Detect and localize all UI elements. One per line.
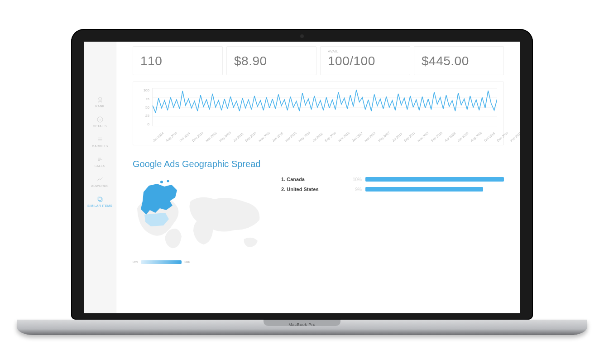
metric-value: $445.00 — [422, 54, 496, 68]
sidebar-item-label: DETAILS — [93, 125, 107, 128]
chart-y-axis: 100 75 50 25 0 — [139, 88, 152, 126]
y-tick: 50 — [145, 105, 149, 110]
geo-country-name: 1. Canada — [281, 177, 349, 182]
svg-rect-10 — [99, 198, 102, 201]
screen-viewport: RANK DETAILS MARKETS — [84, 42, 520, 313]
geo-list: 1. Canada10%2. United States9% — [281, 177, 504, 264]
copy-icon — [84, 196, 116, 203]
geo-row: 2. United States9% — [281, 187, 504, 192]
metric-value: 100/100 — [328, 54, 403, 68]
svg-point-17 — [167, 180, 169, 182]
metric-card-4: $445.00 — [414, 46, 504, 75]
metric-card-1: 110 — [133, 46, 223, 75]
list-icon — [84, 136, 116, 143]
medal-icon — [84, 96, 116, 103]
map-legend: 0% 100 — [133, 260, 268, 264]
sidebar-item-markets[interactable]: MARKETS — [84, 136, 116, 148]
metrics-row: 110 $8.90 avail. 100/100 $445.00 — [133, 46, 504, 75]
legend-min: 0% — [133, 260, 138, 264]
world-map: 0% 100 — [133, 177, 268, 264]
chart-plot-area — [152, 88, 497, 126]
metric-card-3: avail. 100/100 — [320, 46, 410, 75]
sidebar-item-label: SIMILAR ITEMS — [87, 204, 112, 207]
geo-pct-label: 10% — [349, 177, 365, 182]
sidebar-item-rank[interactable]: RANK — [84, 96, 116, 108]
sidebar-item-details[interactable]: DETAILS — [84, 116, 116, 128]
camera-icon — [300, 34, 304, 38]
metric-label — [234, 49, 309, 54]
y-tick: 100 — [144, 88, 149, 92]
laptop-mockup: RANK DETAILS MARKETS — [71, 29, 533, 335]
metric-value: $8.90 — [234, 54, 309, 68]
geo-row: 1. Canada10% — [281, 177, 504, 182]
metric-card-2: $8.90 — [226, 46, 316, 75]
laptop-bezel: RANK DETAILS MARKETS — [71, 29, 533, 320]
x-tick: Dec 2018 — [496, 131, 508, 143]
chart-x-axis: Jun 2014Aug 2014Oct 2014Dec 2014Mar 2015… — [152, 140, 497, 143]
main-content: 110 $8.90 avail. 100/100 $445.00 — [116, 42, 520, 313]
sidebar-item-sales[interactable]: SALES — [84, 156, 116, 168]
metric-label — [422, 49, 496, 54]
timeline-card: 100 75 50 25 0 — [133, 81, 504, 145]
geo-bar — [365, 187, 504, 192]
svg-point-16 — [160, 181, 163, 183]
svg-rect-11 — [98, 197, 101, 200]
sidebar-item-label: ADWORDS — [91, 184, 109, 187]
metric-label: avail. — [328, 49, 403, 54]
timeline-chart: 100 75 50 25 0 — [139, 88, 497, 138]
legend-gradient-icon — [141, 260, 182, 264]
metric-label — [140, 49, 215, 54]
bars-icon — [84, 156, 116, 163]
geo-country-name: 2. United States — [281, 187, 349, 192]
sidebar-item-label: MARKETS — [92, 144, 108, 148]
geo-section-title: Google Ads Geographic Spread — [133, 159, 504, 169]
sidebar-item-similar[interactable]: SIMILAR ITEMS — [84, 196, 116, 207]
y-tick: 0 — [148, 122, 149, 126]
world-map-svg — [133, 177, 268, 254]
x-tick: Feb 2019 — [510, 131, 520, 142]
sidebar-item-label: SALES — [94, 164, 105, 168]
sidebar-item-label: RANK — [95, 105, 105, 108]
app-root: RANK DETAILS MARKETS — [84, 42, 520, 313]
sidebar-item-adwords[interactable]: ADWORDS — [84, 176, 116, 187]
legend-max: 100 — [184, 260, 190, 264]
trend-icon — [84, 176, 116, 183]
geo-bar — [365, 177, 504, 182]
laptop-label: MacBook Pro — [264, 320, 340, 326]
sidebar: RANK DETAILS MARKETS — [84, 42, 116, 313]
laptop-base: MacBook Pro — [17, 320, 587, 335]
y-tick: 75 — [145, 97, 149, 101]
info-icon — [84, 116, 116, 123]
geo-section: 0% 100 1. Canada10%2. United States9% — [133, 177, 504, 264]
metric-value: 110 — [140, 54, 215, 68]
y-tick: 25 — [145, 114, 149, 118]
geo-pct-label: 9% — [349, 187, 365, 192]
svg-point-0 — [98, 97, 101, 101]
